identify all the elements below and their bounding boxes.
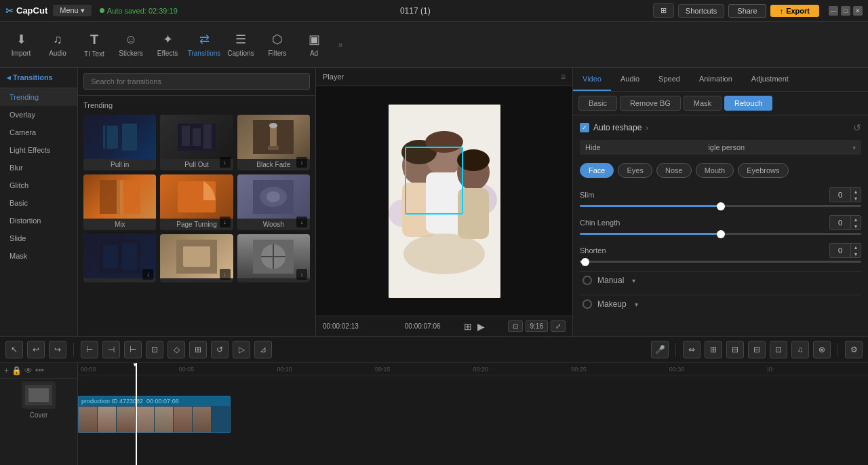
copy-button[interactable]: ⊡ bbox=[770, 341, 787, 358]
lock-button[interactable]: ⊟ bbox=[748, 341, 766, 358]
trim-left-button[interactable]: ⊣ bbox=[102, 341, 120, 358]
toolbar-more-button[interactable]: » bbox=[332, 24, 349, 65]
hide-row[interactable]: Hide igle person ▾ bbox=[580, 140, 861, 155]
face-tag-face[interactable]: Face bbox=[580, 163, 614, 178]
transform-button[interactable]: ↺ bbox=[211, 341, 229, 358]
tool-transitions[interactable]: ⇄ Transitions bbox=[186, 24, 222, 65]
export-button[interactable]: ↑ Export bbox=[770, 5, 819, 17]
split-button[interactable]: ⊢ bbox=[81, 341, 98, 358]
transition-slide2[interactable]: ↓ bbox=[160, 234, 233, 282]
transition-woosh[interactable]: ↓ Woosh bbox=[237, 174, 310, 230]
player-play-button[interactable]: ▶ bbox=[477, 321, 485, 332]
link-button[interactable]: ⇔ bbox=[683, 341, 701, 358]
redo-button[interactable]: ↪ bbox=[49, 341, 66, 358]
face-tag-mouth[interactable]: Mouth bbox=[696, 163, 734, 178]
player-resolution-button[interactable]: 9:16 bbox=[526, 320, 548, 332]
layout-icon-btn[interactable]: ⊞ bbox=[653, 3, 674, 18]
face-tag-eyes[interactable]: Eyes bbox=[618, 163, 652, 178]
tab-speed[interactable]: Speed bbox=[649, 68, 690, 91]
subtab-basic[interactable]: Basic bbox=[578, 96, 617, 111]
sidebar-item-overlay[interactable]: Overlay bbox=[0, 106, 77, 124]
player-grid-icon[interactable]: ⊞ bbox=[464, 321, 472, 332]
transition-mix[interactable]: Mix bbox=[83, 174, 156, 230]
tool-stickers[interactable]: ☺ Stickers bbox=[113, 24, 149, 65]
share-button[interactable]: Share bbox=[728, 4, 766, 18]
menu-button[interactable]: Menu ▾ bbox=[53, 5, 92, 16]
auto-reshape-checkbox[interactable]: ✓ bbox=[580, 123, 589, 132]
shorten-decrement[interactable]: ▼ bbox=[851, 250, 861, 257]
subtab-mask[interactable]: Mask bbox=[684, 96, 722, 111]
transition-pull-in[interactable]: Pull in bbox=[83, 115, 156, 170]
close-button[interactable]: ✕ bbox=[853, 6, 863, 16]
player-fullscreen-button[interactable]: ⤢ bbox=[551, 320, 566, 332]
sidebar-item-light-effects[interactable]: Light Effects bbox=[0, 141, 77, 159]
sidebar-item-slide[interactable]: Slide bbox=[0, 229, 77, 247]
speed-button[interactable]: ▷ bbox=[233, 341, 250, 358]
chin-decrement[interactable]: ▼ bbox=[851, 223, 861, 229]
sidebar-item-blur[interactable]: Blur bbox=[0, 159, 77, 176]
shorten-increment[interactable]: ▲ bbox=[851, 244, 861, 250]
transition-slide1[interactable]: ↓ bbox=[83, 234, 156, 282]
join-button[interactable]: ⊞ bbox=[705, 341, 722, 358]
slim-increment[interactable]: ▲ bbox=[851, 188, 861, 195]
sidebar-item-distortion[interactable]: Distortion bbox=[0, 212, 77, 229]
microphone-button[interactable]: 🎤 bbox=[651, 341, 669, 358]
player-menu-icon[interactable]: ≡ bbox=[561, 72, 566, 81]
svg-rect-22 bbox=[183, 246, 210, 267]
maximize-button[interactable]: □ bbox=[841, 6, 850, 16]
tab-audio[interactable]: Audio bbox=[611, 68, 649, 91]
timeline-settings-button[interactable]: ⚙ bbox=[845, 341, 863, 358]
makeup-toggle[interactable] bbox=[583, 299, 592, 309]
tool-effects[interactable]: ✦ Effects bbox=[149, 24, 186, 65]
track-more-icon[interactable]: ••• bbox=[35, 366, 44, 375]
manual-toggle[interactable] bbox=[583, 276, 592, 285]
track-lock-icon[interactable]: 🔒 bbox=[12, 366, 22, 375]
sidebar-item-mask[interactable]: Mask bbox=[0, 247, 77, 265]
subtab-remove-bg[interactable]: Remove BG bbox=[620, 96, 681, 111]
delete-button[interactable]: ⊡ bbox=[146, 341, 163, 358]
trim-right-button[interactable]: ⊢ bbox=[124, 341, 142, 358]
tool-text[interactable]: T TI Text bbox=[76, 24, 113, 65]
sidebar-item-camera[interactable]: Camera bbox=[0, 124, 77, 141]
undo-button[interactable]: ↩ bbox=[27, 341, 45, 358]
mask-tool-button[interactable]: ⊿ bbox=[254, 341, 272, 358]
playhead[interactable] bbox=[136, 363, 137, 465]
tool-filters[interactable]: ⬡ Filters bbox=[259, 24, 296, 65]
player-camera-button[interactable]: ⊡ bbox=[508, 320, 523, 332]
tool-audio[interactable]: ♫ Audio bbox=[39, 24, 76, 65]
tab-video[interactable]: Video bbox=[573, 68, 611, 91]
slim-thumb[interactable] bbox=[717, 202, 725, 210]
subtab-retouch[interactable]: Retouch bbox=[724, 96, 772, 111]
sidebar-item-trending[interactable]: Trending bbox=[0, 88, 77, 106]
select-tool-button[interactable]: ↖ bbox=[5, 341, 23, 358]
sidebar-item-basic[interactable]: Basic bbox=[0, 194, 77, 212]
tab-adjustment[interactable]: Adjustment bbox=[742, 68, 798, 91]
track-add-icon[interactable]: + bbox=[4, 366, 9, 375]
tab-animation[interactable]: Animation bbox=[690, 68, 742, 91]
transition-pull-out[interactable]: ↓ Pull Out bbox=[160, 115, 233, 170]
chin-increment[interactable]: ▲ bbox=[851, 216, 861, 223]
track-eye-icon[interactable]: 👁 bbox=[24, 366, 33, 375]
unlink-button[interactable]: ⊟ bbox=[726, 341, 744, 358]
chin-thumb[interactable] bbox=[717, 230, 725, 238]
shortcuts-button[interactable]: Shortcuts bbox=[678, 4, 724, 18]
refresh-icon[interactable]: ↺ bbox=[853, 122, 861, 133]
search-input[interactable] bbox=[83, 73, 310, 90]
video-clip[interactable]: production ID 4723082 00:00:07:06 bbox=[78, 396, 231, 433]
face-tag-nose[interactable]: Nose bbox=[656, 163, 692, 178]
face-tag-eyebrows[interactable]: Eyebrows bbox=[738, 163, 788, 178]
crop-button[interactable]: ⊞ bbox=[189, 341, 207, 358]
slim-decrement[interactable]: ▼ bbox=[851, 195, 861, 202]
transition-page-turning[interactable]: ↓ Page Turning bbox=[160, 174, 233, 230]
audio-extract-button[interactable]: ♫ bbox=[791, 341, 809, 358]
keyframe-button[interactable]: ◇ bbox=[167, 341, 185, 358]
tool-captions[interactable]: ☰ Captions bbox=[222, 24, 259, 65]
shorten-thumb[interactable] bbox=[581, 258, 589, 266]
minimize-button[interactable]: — bbox=[829, 6, 838, 16]
remove-audio-button[interactable]: ⊗ bbox=[813, 341, 831, 358]
transition-black-fade[interactable]: ↓ Black Fade bbox=[237, 115, 310, 170]
transition-slide3[interactable]: ↓ bbox=[237, 234, 310, 282]
tool-import[interactable]: ⬇ Import bbox=[3, 24, 39, 65]
tool-ad[interactable]: ▣ Ad bbox=[296, 24, 332, 65]
sidebar-item-glitch[interactable]: Glitch bbox=[0, 176, 77, 194]
